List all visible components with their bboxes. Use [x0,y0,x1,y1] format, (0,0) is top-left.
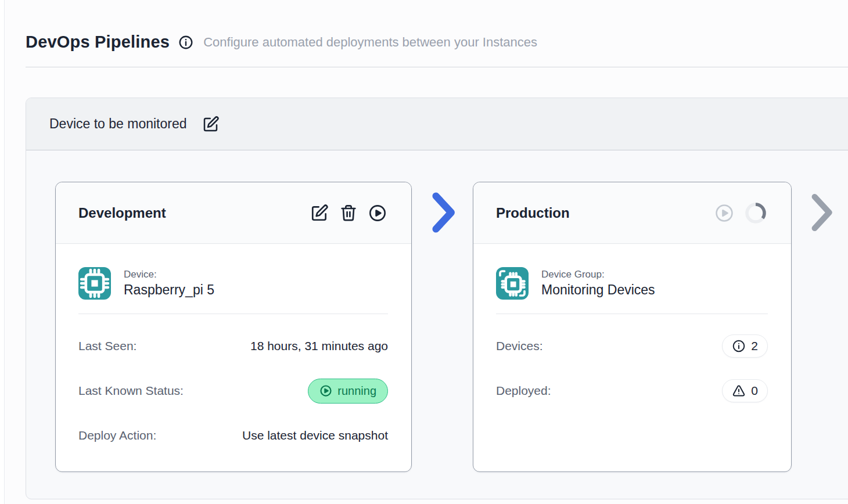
chevron-right-icon [412,182,473,243]
deployed-count: 0 [751,384,758,398]
edit-icon[interactable] [202,116,220,133]
pipeline-panel-header: Device to be monitored [26,98,848,150]
production-card-title: Production [496,205,570,221]
info-circle-icon[interactable] [178,35,193,50]
device-group-name: Monitoring Devices [541,282,655,298]
devops-pipelines-page: DevOps Pipelines Configure automated dep… [5,0,848,504]
device-label: Device: [124,269,214,280]
development-card-title: Development [78,205,166,221]
stage-card-production: Production [473,182,792,472]
stage-card-development: Development [55,182,412,472]
pipeline-panel-title: Device to be monitored [49,116,187,132]
device-name: Raspberry_pi 5 [124,282,214,298]
deployed-row: Deployed: 0 [496,378,768,404]
chip-icon [78,267,111,300]
spinner-icon [745,202,767,224]
play-circle-icon[interactable] [368,204,387,222]
edit-icon[interactable] [310,204,329,222]
left-rail-divider [0,0,5,504]
device-group-label: Device Group: [541,269,655,280]
last-known-status-label: Last Known Status: [78,384,184,398]
deployed-count-badge[interactable]: 0 [722,379,768,402]
chevron-right-icon[interactable] [792,182,848,243]
card-divider [496,314,768,314]
status-badge-label: running [337,384,376,398]
production-card-header: Production [473,182,791,244]
trash-icon[interactable] [339,204,358,222]
deploy-action-row: Deploy Action: Use latest device snapsho… [78,423,388,448]
card-divider [78,314,388,314]
info-circle-icon [732,339,746,353]
device-group-row: Device Group: Monitoring Devices [496,267,768,300]
deployed-label: Deployed: [496,384,551,398]
device-meta: Device: Raspberry_pi 5 [124,269,214,298]
devices-count-badge[interactable]: 2 [722,334,768,358]
device-row: Device: Raspberry_pi 5 [78,267,388,300]
last-seen-label: Last Seen: [78,339,136,353]
last-known-status-row: Last Known Status: running [78,378,388,404]
development-card-header: Development [56,182,411,244]
device-group-meta: Device Group: Monitoring Devices [541,269,655,298]
development-card-actions [310,204,387,222]
status-badge: running [308,379,388,404]
last-seen-value: 18 hours, 31 minutes ago [250,339,388,353]
page-subtitle: Configure automated deployments between … [203,35,537,50]
pipeline-stages: Development [26,150,848,472]
production-card-actions [714,202,767,224]
devices-row: Devices: 2 [496,333,768,359]
development-card-body: Device: Raspberry_pi 5 Last Seen: 18 hou… [56,244,411,448]
page-title: DevOps Pipelines [26,33,170,52]
deploy-action-value: Use latest device snapshot [242,429,388,442]
play-circle-icon [319,384,332,397]
devices-count: 2 [751,339,758,353]
deploy-action-label: Deploy Action: [78,429,156,442]
last-seen-row: Last Seen: 18 hours, 31 minutes ago [78,333,388,359]
play-circle-icon[interactable] [714,203,734,223]
chip-group-icon [496,267,529,300]
pipeline-panel: Device to be monitored Development [26,98,848,499]
page-divider [26,67,848,67]
warning-triangle-icon [732,384,746,398]
devices-label: Devices: [496,339,543,353]
page-header: DevOps Pipelines Configure automated dep… [5,0,848,52]
production-card-body: Device Group: Monitoring Devices Devices… [473,244,791,404]
